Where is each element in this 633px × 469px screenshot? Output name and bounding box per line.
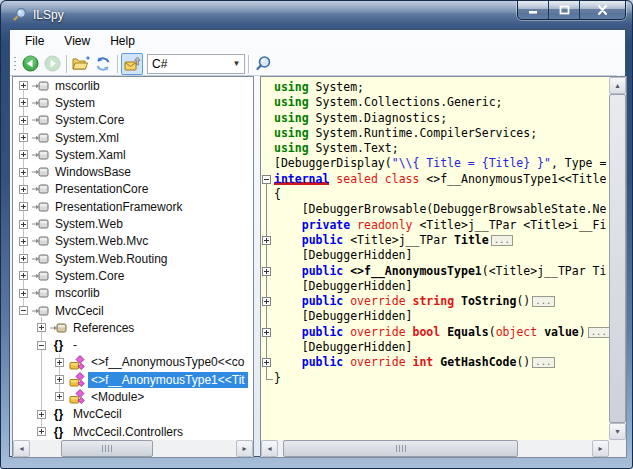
collapsed-region-box[interactable]: ...	[588, 327, 609, 338]
fold-marker[interactable]	[261, 233, 274, 248]
expand-expander[interactable]	[19, 81, 28, 90]
tree-item[interactable]: System.Web.Routing	[13, 250, 253, 267]
expand-expander[interactable]	[37, 410, 46, 419]
expand-expander[interactable]	[19, 202, 28, 211]
fold-margin	[261, 126, 274, 141]
refresh-icon	[95, 56, 111, 72]
code-text: using System.Text;	[274, 141, 399, 156]
search-button[interactable]	[252, 53, 274, 75]
fold-marker[interactable]	[261, 264, 274, 279]
tree-item[interactable]: {}MvcCecil	[13, 406, 253, 423]
expand-expander[interactable]	[19, 220, 28, 229]
minimize-button[interactable]	[518, 0, 549, 19]
tree-item[interactable]: System.Web	[13, 215, 253, 232]
scroll-right-arrow[interactable]: ▸	[592, 440, 609, 457]
close-button[interactable]	[580, 0, 625, 19]
scrollbar-thumb[interactable]	[61, 440, 153, 457]
code-vertical-scrollbar[interactable]: ▴ ▾	[609, 77, 626, 440]
title-bar[interactable]: ILSpy	[1, 1, 632, 29]
fold-margin	[261, 248, 274, 263]
collapsed-region-box[interactable]: ...	[532, 357, 554, 368]
tree-item[interactable]: <Module>	[13, 388, 253, 405]
tree-item[interactable]: mscorlib	[13, 285, 253, 302]
tree-item[interactable]: <>f__AnonymousType1<<Tit	[13, 371, 253, 388]
tree-horizontal-scrollbar[interactable]: ◂ ▸	[13, 440, 253, 457]
scroll-down-arrow[interactable]: ▾	[609, 423, 626, 440]
show-internal-types-toggle[interactable]	[121, 53, 143, 75]
expand-expander[interactable]	[37, 427, 46, 436]
collapsed-region-box[interactable]: ...	[491, 235, 513, 246]
collapse-expander[interactable]	[37, 341, 46, 350]
menu-file[interactable]: File	[16, 32, 53, 50]
expand-expander[interactable]	[19, 254, 28, 263]
tree-item[interactable]: mscorlib	[13, 77, 253, 94]
expand-expander[interactable]	[19, 271, 28, 280]
expand-expander[interactable]	[19, 116, 28, 125]
code-horizontal-scrollbar[interactable]: ◂ ▸	[261, 440, 609, 457]
fold-marker[interactable]	[261, 355, 274, 370]
code-text: {	[274, 187, 281, 202]
tree-item[interactable]: System.Core	[13, 112, 253, 129]
scrollbar-thumb[interactable]	[609, 94, 626, 423]
forward-button[interactable]	[41, 53, 63, 75]
scrollbar-corner	[609, 440, 626, 457]
tree-item[interactable]: System.Xml	[13, 129, 253, 146]
tree-item[interactable]: System.Xaml	[13, 146, 253, 163]
fold-marker[interactable]	[261, 325, 274, 340]
fold-marker[interactable]	[261, 172, 274, 187]
fold-margin	[261, 95, 274, 110]
tree-item[interactable]: {}-	[13, 336, 253, 353]
tree-item-label: <Module>	[88, 389, 147, 405]
tree-item[interactable]: System	[13, 94, 253, 111]
expand-expander[interactable]	[19, 289, 28, 298]
class-icon	[68, 372, 85, 387]
code-text: private readonly <Title>j__TPar <Title>i…	[274, 218, 606, 233]
menu-view[interactable]: View	[55, 32, 99, 50]
expand-expander[interactable]	[37, 323, 46, 332]
open-file-button[interactable]	[70, 53, 92, 75]
menu-help[interactable]: Help	[101, 32, 144, 50]
tree-item-label: System	[52, 95, 98, 111]
collapse-expander[interactable]	[19, 306, 28, 315]
ilspy-window: ILSpy FileViewHelp	[0, 0, 633, 469]
tree-item[interactable]: MvcCecil	[13, 302, 253, 319]
language-selector[interactable]: C# ▼	[147, 54, 245, 74]
toolbar-grip[interactable]	[12, 55, 19, 73]
window-title: ILSpy	[33, 8, 64, 22]
class-icon	[68, 355, 85, 370]
code-text: public override string ToString()...	[274, 294, 555, 309]
expand-expander[interactable]	[19, 168, 28, 177]
search-icon	[255, 55, 272, 72]
assembly-icon	[32, 268, 49, 283]
expand-expander[interactable]	[19, 185, 28, 194]
expand-expander[interactable]	[19, 133, 28, 142]
maximize-button[interactable]	[549, 0, 580, 19]
refresh-button[interactable]	[92, 53, 114, 75]
scroll-left-arrow[interactable]: ◂	[13, 440, 30, 457]
collapsed-region-box[interactable]: ...	[532, 296, 554, 307]
tree-item[interactable]: System.Core	[13, 267, 253, 284]
assembly-icon	[32, 217, 49, 232]
expand-expander[interactable]	[19, 98, 28, 107]
tree-item-label: <>f__AnonymousType0<<co	[88, 354, 247, 370]
expand-expander[interactable]	[19, 237, 28, 246]
scroll-right-arrow[interactable]: ▸	[236, 440, 253, 457]
expand-expander[interactable]	[55, 358, 64, 367]
tree-item[interactable]: PresentationFramework	[13, 198, 253, 215]
scroll-up-arrow[interactable]: ▴	[609, 77, 626, 94]
expand-expander[interactable]	[55, 375, 64, 384]
assembly-icon	[32, 78, 49, 93]
scroll-left-arrow[interactable]: ◂	[261, 440, 278, 457]
tree-item-label: <>f__AnonymousType1<<Tit	[88, 372, 248, 388]
expand-expander[interactable]	[19, 150, 28, 159]
back-button[interactable]	[19, 53, 41, 75]
scrollbar-thumb[interactable]	[283, 440, 518, 457]
expand-expander[interactable]	[55, 392, 64, 401]
tree-item[interactable]: PresentationCore	[13, 181, 253, 198]
tree-item[interactable]: {}MvcCecil.Controllers	[13, 423, 253, 440]
tree-item[interactable]: WindowsBase	[13, 163, 253, 180]
tree-item[interactable]: <>f__AnonymousType0<<co	[13, 354, 253, 371]
tree-item[interactable]: System.Web.Mvc	[13, 233, 253, 250]
fold-marker[interactable]	[261, 294, 274, 309]
tree-item[interactable]: References	[13, 319, 253, 336]
